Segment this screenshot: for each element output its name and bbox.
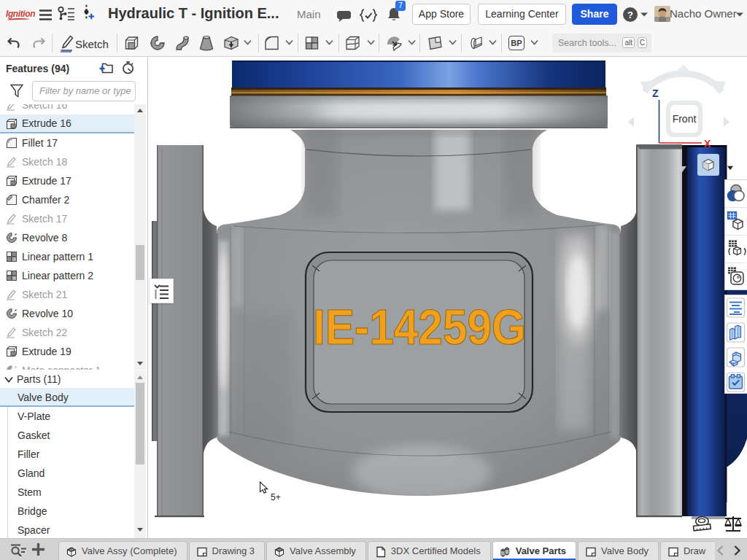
split-tool-icon[interactable] — [345, 33, 360, 53]
part-item[interactable]: Stem — [0, 483, 134, 502]
scroll-up-icon[interactable] — [137, 108, 143, 114]
transform-tool-icon[interactable] — [385, 33, 403, 53]
feature-item[interactable]: Sketch 17 — [0, 209, 134, 228]
view-cube[interactable]: Front Z X — [623, 63, 743, 158]
document-tab[interactable]: Valve Assembly — [266, 541, 366, 560]
part-item[interactable]: Bridge — [0, 502, 134, 521]
split-dropdown-caret[interactable] — [367, 39, 375, 45]
document-tab[interactable]: Drawing 3 — [189, 541, 266, 560]
sweep-tool-icon[interactable] — [174, 33, 190, 53]
workspace-label[interactable]: Main — [297, 8, 321, 20]
avatar[interactable] — [654, 6, 670, 22]
feature-item[interactable]: Extrude 19 — [0, 342, 134, 361]
configurations-panel-tab[interactable] — [725, 208, 746, 236]
insert-version-icon[interactable] — [80, 4, 96, 20]
undo-icon[interactable] — [7, 33, 20, 53]
scroll-up-icon[interactable] — [137, 375, 143, 381]
sketch-icon[interactable] — [60, 33, 74, 53]
fillet-dropdown-caret[interactable] — [285, 39, 293, 45]
bp-tool-badge[interactable]: BP — [508, 36, 525, 50]
feature-item[interactable]: Sketch 21 — [0, 285, 134, 304]
user-name[interactable]: Nacho Owner — [670, 7, 737, 20]
filter-input[interactable]: Filter by name or type — [32, 81, 136, 101]
help-caret-icon[interactable] — [640, 12, 649, 18]
part-item[interactable]: Gasket — [0, 426, 134, 445]
part-item[interactable]: V-Plate — [0, 407, 134, 426]
part-item[interactable]: Gland — [0, 464, 134, 483]
document-tab[interactable]: Valve Body — [578, 541, 659, 560]
rollback-stopwatch-icon[interactable] — [121, 61, 135, 74]
features-scrollbar[interactable] — [134, 104, 146, 370]
feature-list-flyout-button[interactable] — [149, 279, 174, 303]
features-scrollbar-thumb[interactable] — [136, 245, 144, 280]
search-tools-box[interactable]: Search tools... alt C — [552, 34, 651, 52]
transform-dropdown-caret[interactable] — [408, 39, 416, 45]
revolve-tool-icon[interactable] — [150, 33, 166, 53]
fillet-tool-icon[interactable] — [264, 33, 279, 53]
document-tab[interactable]: Draw — [660, 541, 715, 560]
new-tab-plus-icon[interactable] — [32, 543, 44, 556]
part-item[interactable]: Spacer — [0, 521, 134, 538]
bom-panel-tab[interactable] — [725, 295, 746, 320]
feature-script-icon[interactable] — [360, 7, 377, 23]
tab-manager-icon[interactable] — [10, 544, 29, 556]
measure-tape-icon[interactable] — [692, 515, 713, 534]
part-panel-tab[interactable] — [725, 345, 746, 370]
scroll-down-icon[interactable] — [137, 360, 143, 366]
feature-item[interactable]: Revolve 10 — [0, 304, 134, 323]
view-cube-front-face[interactable]: Front — [666, 101, 703, 137]
part-item[interactable]: Valve Body — [0, 388, 134, 407]
new-folder-icon[interactable] — [99, 62, 113, 74]
redo-icon[interactable] — [33, 33, 45, 53]
appearance-panel-tab[interactable] — [725, 180, 746, 208]
feature-item[interactable]: Fillet 17 — [0, 133, 134, 152]
feature-item[interactable]: Sketch 22 — [0, 323, 134, 342]
frame-profiles-panel-tab[interactable] — [725, 320, 746, 345]
bp-dropdown-caret[interactable] — [530, 39, 538, 45]
feature-item[interactable]: Chamfer 2 — [0, 190, 134, 209]
share-button[interactable]: Share — [572, 4, 617, 25]
tab-scroll-right-icon[interactable] — [731, 545, 743, 556]
feature-item[interactable]: Linear pattern 1 — [0, 247, 134, 266]
feature-item[interactable]: Sketch 16 — [0, 104, 134, 114]
feature-item[interactable]: Mate connector 1 — [0, 361, 134, 370]
versions-history-icon[interactable] — [57, 6, 75, 22]
enclose-tool-icon[interactable] — [223, 33, 239, 53]
view-options-caret-icon[interactable] — [727, 166, 734, 171]
parts-scrollbar-thumb[interactable] — [136, 383, 144, 464]
feature-item[interactable]: Revolve 8 — [0, 228, 134, 247]
plane-tool-icon[interactable] — [427, 33, 442, 53]
configured-features-panel-tab[interactable] — [725, 236, 746, 263]
parts-scrollbar[interactable] — [134, 370, 146, 538]
feature-item[interactable]: Linear pattern 2 — [0, 266, 134, 285]
feature-item[interactable]: Extrude 17 — [0, 171, 134, 190]
help-icon[interactable]: ? — [622, 7, 638, 23]
pattern-dropdown-caret[interactable] — [325, 39, 333, 45]
surface-tool-icon[interactable] — [468, 33, 483, 53]
parts-collapse-chevron-icon[interactable] — [4, 376, 13, 383]
document-tab[interactable]: Valve Parts — [492, 541, 576, 560]
hamburger-menu-icon[interactable] — [38, 7, 54, 23]
document-tab[interactable]: Valve Assy (Complete) — [58, 541, 187, 560]
loft-tool-icon[interactable] — [198, 33, 214, 53]
view-options-cube-button[interactable] — [697, 154, 719, 176]
comments-icon[interactable] — [336, 8, 352, 24]
part-item[interactable]: Filler — [0, 445, 134, 464]
render-panel-tab[interactable] — [725, 263, 746, 291]
sketch-button[interactable]: Sketch — [75, 38, 109, 50]
extrude-tool-icon[interactable] — [125, 33, 139, 53]
learning-center-button[interactable]: Learning Center — [478, 4, 566, 25]
tasks-panel-tab[interactable] — [725, 370, 746, 394]
graphics-viewport[interactable]: IE-14259G — [149, 57, 747, 538]
feature-item[interactable]: Extrude 16 — [0, 114, 134, 133]
feature-item[interactable]: Sketch 18 — [0, 152, 134, 171]
user-caret-icon[interactable] — [735, 12, 744, 18]
mass-properties-scale-icon[interactable] — [722, 515, 744, 534]
document-title[interactable]: Hydraulic T - Ignition E... — [108, 5, 279, 22]
scroll-down-icon[interactable] — [137, 526, 143, 532]
surface-dropdown-caret[interactable] — [489, 39, 497, 45]
app-store-button[interactable]: App Store — [412, 4, 471, 25]
enclose-dropdown-caret[interactable] — [244, 39, 252, 45]
document-tab[interactable]: 3DX Certified Models — [368, 541, 491, 560]
plane-dropdown-caret[interactable] — [449, 39, 457, 45]
